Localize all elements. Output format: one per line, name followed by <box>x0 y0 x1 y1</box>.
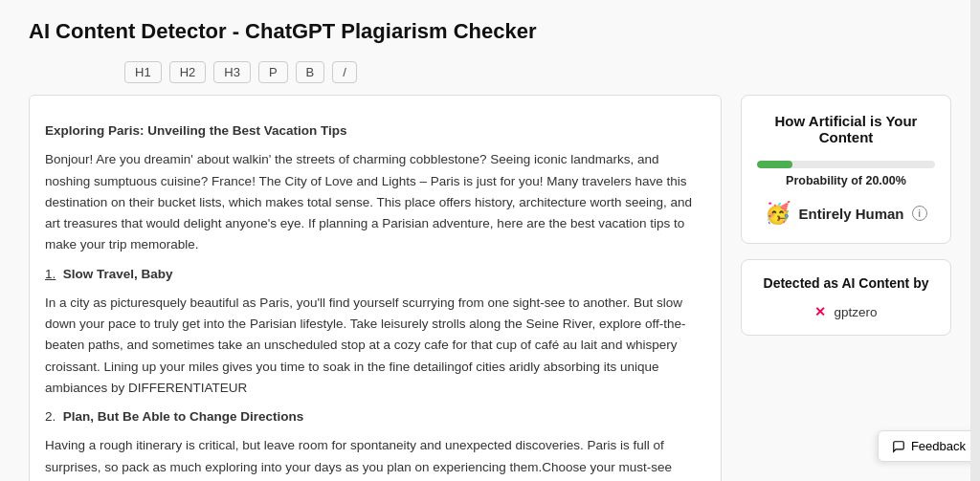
toolbar-bold[interactable]: B <box>296 61 325 83</box>
feedback-label: Feedback <box>911 439 966 453</box>
article-section1-text: In a city as picturesquely beautiful as … <box>45 293 705 399</box>
x-icon: ✕ <box>814 304 826 319</box>
result-card: How Artificial is Your Content Probabili… <box>741 95 951 244</box>
article-section2-header: 2. Plan, But Be Able to Change Direction… <box>45 406 705 427</box>
result-label: Entirely Human <box>798 206 903 222</box>
info-icon[interactable]: i <box>912 206 927 221</box>
progress-bar-wrapper <box>757 161 935 168</box>
probability-label: Probability of 20.00% <box>757 174 935 187</box>
main-content: Exploring Paris: Unveiling the Best Vaca… <box>29 95 951 481</box>
result-badge: 🥳 Entirely Human i <box>757 201 935 226</box>
feedback-button[interactable]: Feedback <box>878 430 980 462</box>
toolbar-h3[interactable]: H3 <box>213 61 251 83</box>
article-section2-text: Having a rough itinerary is critical, bu… <box>45 435 705 481</box>
editor-text[interactable]: Exploring Paris: Unveiling the Best Vaca… <box>45 120 705 481</box>
detected-item: ✕ gptzero <box>757 304 935 319</box>
toolbar-h1[interactable]: H1 <box>124 61 162 83</box>
detector-name: gptzero <box>834 305 877 319</box>
result-emoji: 🥳 <box>765 201 791 226</box>
page-title: AI Content Detector - ChatGPT Plagiarism… <box>29 19 951 44</box>
editor-area: Exploring Paris: Unveiling the Best Vaca… <box>29 95 722 481</box>
article-section1-header: 1. Slow Travel, Baby <box>45 264 705 285</box>
section2-title: Plan, But Be Able to Change Directions <box>63 409 304 424</box>
progress-bar-fill <box>757 161 792 168</box>
article-heading: Exploring Paris: Unveiling the Best Vaca… <box>45 120 705 142</box>
detected-title: Detected as AI Content by <box>757 275 935 291</box>
detected-card: Detected as AI Content by ✕ gptzero <box>741 259 951 336</box>
feedback-icon <box>892 440 905 453</box>
section1-number: 1. <box>45 267 56 281</box>
section1-title: Slow Travel, Baby <box>63 267 173 281</box>
probability-value: 20.00% <box>865 174 905 187</box>
section2-number: 2. <box>45 409 56 424</box>
result-card-title: How Artificial is Your Content <box>757 113 935 145</box>
toolbar-italic[interactable]: / <box>332 61 357 83</box>
formatting-toolbar: H1 H2 H3 P B / <box>29 61 951 83</box>
sidebar: How Artificial is Your Content Probabili… <box>741 95 951 336</box>
toolbar-h2[interactable]: H2 <box>169 61 207 83</box>
article-paragraph1: Bonjour! Are you dreamin' about walkin' … <box>45 149 705 255</box>
scrollbar[interactable] <box>970 0 980 481</box>
toolbar-p[interactable]: P <box>258 61 288 83</box>
